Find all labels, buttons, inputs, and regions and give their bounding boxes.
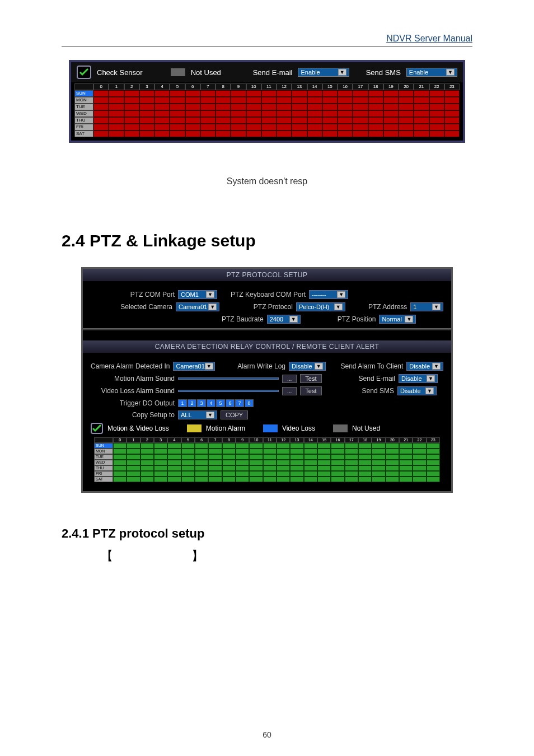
schedule-cell[interactable]: [246, 117, 261, 124]
schedule-cell[interactable]: [263, 443, 277, 449]
trigger-do-button[interactable]: 2: [188, 399, 196, 407]
schedule-cell[interactable]: [249, 465, 263, 471]
schedule-cell[interactable]: [413, 449, 426, 454]
schedule-cell[interactable]: [127, 477, 140, 482]
schedule-cell[interactable]: [231, 124, 246, 130]
schedule-cell[interactable]: [261, 97, 277, 104]
schedule-cell[interactable]: [338, 104, 353, 110]
schedule-cell[interactable]: [216, 110, 231, 117]
schedule-cell[interactable]: [109, 124, 124, 130]
schedule-cell[interactable]: [427, 454, 440, 460]
schedule-cell[interactable]: [345, 449, 358, 454]
schedule-cell[interactable]: [170, 130, 185, 137]
schedule-cell[interactable]: [345, 471, 358, 477]
schedule-cell[interactable]: [307, 130, 322, 137]
schedule-cell[interactable]: [222, 449, 236, 454]
schedule-cell[interactable]: [181, 477, 195, 482]
schedule-cell[interactable]: [292, 104, 307, 110]
schedule-cell[interactable]: [277, 124, 292, 130]
schedule-cell[interactable]: [277, 443, 290, 449]
schedule-cell[interactable]: [358, 454, 372, 460]
schedule-cell[interactable]: [444, 90, 460, 97]
schedule-cell[interactable]: [222, 454, 236, 460]
schedule-cell[interactable]: [195, 465, 208, 471]
schedule-cell[interactable]: [331, 454, 344, 460]
schedule-cell[interactable]: [139, 110, 154, 117]
schedule-cell[interactable]: [358, 443, 372, 449]
schedule-cell[interactable]: [154, 449, 167, 454]
schedule-cell[interactable]: [140, 454, 154, 460]
schedule-cell[interactable]: [208, 460, 222, 465]
schedule-cell[interactable]: [331, 449, 344, 454]
schedule-cell[interactable]: [170, 104, 185, 110]
schedule-cell[interactable]: [386, 460, 399, 465]
ptz-address-select[interactable]: 1▼: [410, 302, 443, 311]
schedule-cell[interactable]: [236, 465, 249, 471]
schedule-cell[interactable]: [246, 104, 261, 110]
schedule-cell[interactable]: [181, 471, 195, 477]
schedule-cell[interactable]: [372, 449, 385, 454]
schedule-cell[interactable]: [216, 104, 231, 110]
alarm-write-log-select[interactable]: Disable▼: [289, 362, 326, 371]
schedule-cell[interactable]: [399, 477, 413, 482]
schedule-cell[interactable]: [140, 465, 154, 471]
schedule-cell[interactable]: [277, 97, 292, 104]
schedule-cell[interactable]: [261, 90, 277, 97]
schedule-cell[interactable]: [181, 465, 195, 471]
schedule-cell[interactable]: [249, 443, 263, 449]
schedule-cell[interactable]: [399, 460, 413, 465]
schedule-cell[interactable]: [353, 117, 368, 124]
schedule-cell[interactable]: [429, 97, 444, 104]
schedule-cell[interactable]: [231, 117, 246, 124]
schedule-cell[interactable]: [127, 471, 140, 477]
schedule-cell[interactable]: [109, 110, 124, 117]
schedule-cell[interactable]: [170, 117, 185, 124]
schedule-cell[interactable]: [127, 460, 140, 465]
schedule-cell[interactable]: [368, 110, 383, 117]
send-email-select[interactable]: Disable▼: [399, 374, 438, 383]
schedule-cell[interactable]: [249, 449, 263, 454]
schedule-cell[interactable]: [372, 477, 385, 482]
schedule-cell[interactable]: [292, 124, 307, 130]
schedule-cell[interactable]: [386, 443, 399, 449]
schedule-cell[interactable]: [127, 443, 140, 449]
schedule-cell[interactable]: [331, 460, 344, 465]
schedule-cell[interactable]: [444, 117, 460, 124]
schedule-cell[interactable]: [236, 454, 249, 460]
schedule-cell[interactable]: [139, 97, 154, 104]
schedule-cell[interactable]: [290, 449, 303, 454]
schedule-cell[interactable]: [216, 97, 231, 104]
schedule-cell[interactable]: [358, 465, 372, 471]
test-button[interactable]: Test: [300, 386, 321, 395]
schedule-cell[interactable]: [195, 471, 208, 477]
schedule-cell[interactable]: [246, 90, 261, 97]
schedule-cell[interactable]: [358, 477, 372, 482]
schedule-cell[interactable]: [170, 90, 185, 97]
schedule-cell[interactable]: [444, 130, 460, 137]
schedule-cell[interactable]: [154, 97, 170, 104]
schedule-cell[interactable]: [277, 471, 290, 477]
schedule-cell[interactable]: [124, 130, 139, 137]
schedule-cell[interactable]: [185, 90, 200, 97]
schedule-cell[interactable]: [372, 460, 385, 465]
schedule-cell[interactable]: [399, 117, 414, 124]
schedule-cell[interactable]: [413, 460, 426, 465]
schedule-cell[interactable]: [414, 110, 429, 117]
schedule-cell[interactable]: [263, 465, 277, 471]
schedule-cell[interactable]: [167, 443, 181, 449]
schedule-cell[interactable]: [246, 124, 261, 130]
schedule-cell[interactable]: [208, 477, 222, 482]
schedule-cell[interactable]: [195, 460, 208, 465]
schedule-cell[interactable]: [429, 130, 444, 137]
schedule-cell[interactable]: [331, 443, 344, 449]
schedule-cell[interactable]: [277, 104, 292, 110]
schedule-cell[interactable]: [263, 460, 277, 465]
schedule-cell[interactable]: [304, 465, 317, 471]
send-sms-select[interactable]: Enable▼: [406, 68, 457, 77]
schedule-cell[interactable]: [208, 454, 222, 460]
trigger-do-button[interactable]: 4: [207, 399, 216, 407]
schedule-cell[interactable]: [444, 97, 460, 104]
schedule-cell[interactable]: [208, 443, 222, 449]
schedule-cell[interactable]: [383, 117, 399, 124]
trigger-do-button[interactable]: 8: [245, 399, 254, 407]
